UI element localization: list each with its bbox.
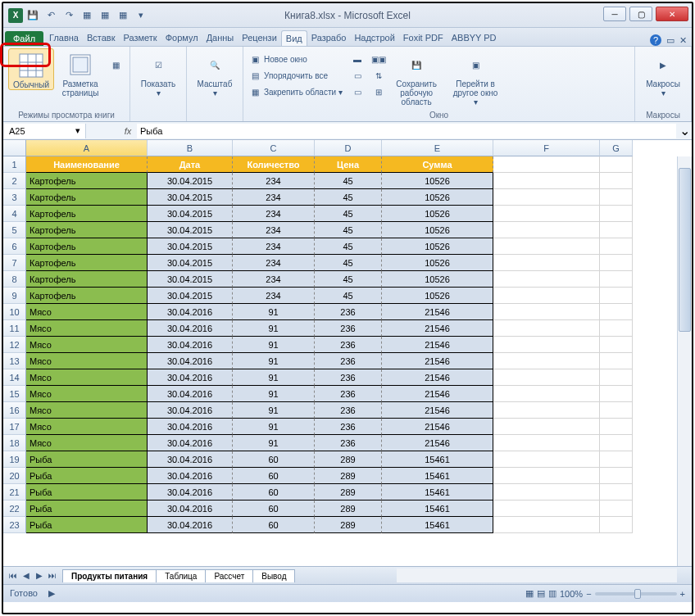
empty-cell[interactable] — [493, 517, 600, 533]
view-normal-icon[interactable]: ▦ — [525, 588, 534, 599]
cell-price[interactable]: 236 — [315, 386, 382, 402]
view-layout-icon[interactable]: ▤ — [537, 588, 545, 599]
row-header[interactable]: 19 — [3, 451, 26, 468]
empty-cell[interactable] — [600, 206, 633, 222]
cell-price[interactable]: 236 — [315, 353, 382, 369]
cell-qty[interactable]: 60 — [233, 517, 315, 533]
empty-cell[interactable] — [600, 320, 633, 337]
cell-sum[interactable]: 15461 — [382, 468, 493, 484]
zoom-level[interactable]: 100% — [560, 589, 583, 599]
cell-sum[interactable]: 10526 — [382, 222, 493, 238]
view-custom-button[interactable]: ▦ — [107, 48, 125, 79]
ribbon-minimize-icon[interactable]: ▭ — [666, 35, 675, 46]
cell-price[interactable]: 45 — [315, 189, 382, 206]
empty-cell[interactable] — [493, 402, 600, 419]
ribbon-tab-Главна[interactable]: Главна — [45, 30, 83, 46]
close-button[interactable]: ✕ — [656, 7, 688, 21]
row-header[interactable]: 22 — [3, 500, 26, 517]
maximize-button[interactable]: ▢ — [629, 7, 652, 21]
cell-price[interactable]: 45 — [315, 255, 382, 271]
column-header[interactable]: E — [382, 140, 493, 156]
column-header[interactable]: B — [148, 140, 233, 156]
cell-date[interactable]: 30.04.2016 — [148, 402, 233, 419]
cell-sum[interactable]: 21546 — [382, 402, 493, 419]
cell-qty[interactable]: 91 — [233, 419, 315, 435]
cell-price[interactable]: 236 — [315, 402, 382, 419]
cell-qty[interactable]: 91 — [233, 402, 315, 419]
file-tab[interactable]: Файл — [5, 31, 43, 46]
column-header[interactable]: G — [600, 140, 633, 156]
help-icon[interactable]: ? — [650, 34, 661, 46]
row-header[interactable]: 16 — [3, 402, 26, 419]
cell-qty[interactable]: 91 — [233, 435, 315, 451]
cell-date[interactable]: 30.04.2016 — [148, 517, 233, 533]
cell-name[interactable]: Картофель — [26, 255, 148, 271]
empty-cell[interactable] — [493, 255, 600, 271]
empty-cell[interactable] — [600, 173, 633, 189]
cell-qty[interactable]: 60 — [233, 484, 315, 500]
arrange-all-button[interactable]: ▤Упорядочить все — [248, 68, 343, 83]
macro-record-icon[interactable]: ▶ — [48, 588, 55, 598]
qat-icon[interactable]: ▦ — [97, 7, 113, 24]
cell-name[interactable]: Мясо — [26, 353, 148, 369]
empty-cell[interactable] — [600, 386, 633, 402]
cell-name[interactable]: Рыба — [26, 517, 148, 533]
show-button[interactable]: ☑ Показать▾ — [135, 48, 181, 97]
row-header[interactable]: 9 — [3, 288, 26, 304]
cell-date[interactable]: 30.04.2016 — [148, 451, 233, 468]
view-side-button[interactable]: ▣▣ — [372, 52, 385, 66]
cell-name[interactable]: Мясо — [26, 337, 148, 353]
select-all-corner[interactable] — [3, 140, 26, 156]
spreadsheet-grid[interactable]: ABCDEFG1НаименованиеДатаКоличествоЦенаСу… — [3, 140, 692, 566]
cell-name[interactable]: Картофель — [26, 271, 148, 288]
column-header[interactable]: A — [26, 140, 148, 156]
empty-cell[interactable] — [600, 451, 633, 468]
empty-cell[interactable] — [493, 369, 600, 386]
cell-sum[interactable]: 10526 — [382, 206, 493, 222]
macros-button[interactable]: ▶ Макросы▾ — [640, 48, 686, 97]
cell-qty[interactable]: 91 — [233, 320, 315, 337]
cell-date[interactable]: 30.04.2016 — [148, 468, 233, 484]
row-header[interactable]: 12 — [3, 337, 26, 353]
cell-name[interactable]: Картофель — [26, 189, 148, 206]
cell-name[interactable]: Картофель — [26, 173, 148, 189]
scrollbar-thumb[interactable] — [679, 168, 691, 332]
cell-sum[interactable]: 10526 — [382, 255, 493, 271]
empty-cell[interactable] — [493, 353, 600, 369]
qat-dropdown-icon[interactable]: ▾ — [133, 7, 149, 24]
empty-cell[interactable] — [493, 320, 600, 337]
empty-cell[interactable] — [600, 402, 633, 419]
ribbon-tab-Надстрой[interactable]: Надстрой — [350, 30, 398, 46]
cell-date[interactable]: 30.04.2015 — [148, 173, 233, 189]
cell-price[interactable]: 289 — [315, 468, 382, 484]
cell-qty[interactable]: 60 — [233, 500, 315, 517]
cell-date[interactable]: 30.04.2016 — [148, 419, 233, 435]
cell-sum[interactable]: 10526 — [382, 288, 493, 304]
cell-sum[interactable]: 21546 — [382, 320, 493, 337]
empty-cell[interactable] — [493, 156, 600, 173]
empty-cell[interactable] — [600, 500, 633, 517]
ribbon-tab-Разрабо[interactable]: Разрабо — [307, 30, 351, 46]
cell-date[interactable]: 30.04.2016 — [148, 500, 233, 517]
empty-cell[interactable] — [600, 238, 633, 255]
unhide-button[interactable]: ▭ — [351, 84, 364, 99]
empty-cell[interactable] — [600, 222, 633, 238]
cell-date[interactable]: 30.04.2015 — [148, 189, 233, 206]
cell-date[interactable]: 30.04.2015 — [148, 206, 233, 222]
ribbon-tab-Вид[interactable]: Вид — [281, 30, 307, 46]
cell-price[interactable]: 45 — [315, 173, 382, 189]
cell-name[interactable]: Мясо — [26, 320, 148, 337]
chevron-down-icon[interactable]: ▾ — [75, 125, 80, 136]
cell-qty[interactable]: 234 — [233, 189, 315, 206]
cell-qty[interactable]: 91 — [233, 386, 315, 402]
cell-qty[interactable]: 91 — [233, 304, 315, 320]
empty-cell[interactable] — [493, 222, 600, 238]
new-window-button[interactable]: ▣Новое окно — [248, 52, 343, 66]
sheet-tab[interactable]: Таблица — [156, 569, 206, 582]
row-header[interactable]: 4 — [3, 206, 26, 222]
ribbon-tab-Формул[interactable]: Формул — [161, 30, 202, 46]
empty-cell[interactable] — [600, 156, 633, 173]
split-button[interactable]: ▬ — [351, 52, 364, 66]
row-header[interactable]: 15 — [3, 386, 26, 402]
sheet-tab[interactable]: Продукты питания — [62, 569, 157, 582]
